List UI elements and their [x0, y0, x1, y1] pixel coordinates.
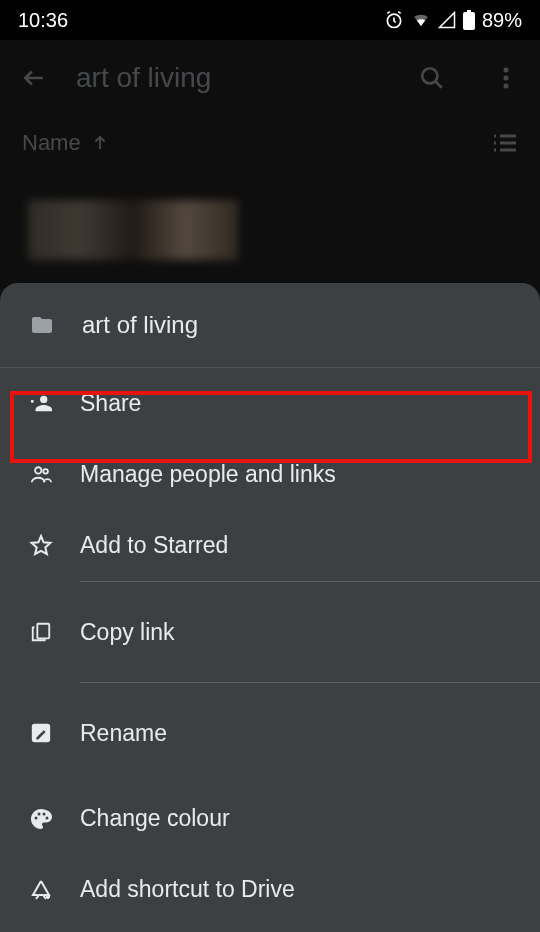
arrow-up-icon — [91, 134, 109, 152]
svg-rect-1 — [463, 12, 475, 30]
menu-label: Share — [80, 390, 141, 417]
more-icon[interactable] — [492, 64, 520, 92]
alarm-icon — [384, 10, 404, 30]
svg-point-4 — [504, 67, 509, 72]
menu-label: Rename — [80, 720, 167, 747]
status-time: 10:36 — [18, 9, 68, 32]
svg-rect-2 — [467, 10, 471, 13]
app-bar: art of living — [0, 40, 540, 115]
copy-icon — [28, 619, 54, 645]
file-thumbnail[interactable] — [28, 200, 238, 260]
svg-point-12 — [35, 816, 38, 819]
svg-point-7 — [40, 395, 47, 402]
menu-manage-people[interactable]: Manage people and links — [0, 439, 540, 510]
menu-add-starred[interactable]: Add to Starred — [0, 510, 540, 581]
svg-point-3 — [422, 68, 437, 83]
menu-rename[interactable]: Rename — [0, 683, 540, 783]
svg-point-13 — [38, 812, 41, 815]
person-add-icon — [28, 393, 54, 415]
battery-percent: 89% — [482, 9, 522, 32]
drive-shortcut-icon — [28, 878, 54, 902]
rename-icon — [28, 722, 54, 744]
bottom-sheet: art of living Share Manage people and li… — [0, 283, 540, 932]
battery-icon — [462, 10, 476, 30]
back-icon[interactable] — [20, 64, 48, 92]
sort-label: Name — [22, 130, 81, 156]
sheet-folder-name: art of living — [82, 311, 198, 339]
menu-change-colour[interactable]: Change colour — [0, 783, 540, 854]
svg-rect-10 — [37, 624, 49, 639]
menu-label: Add shortcut to Drive — [80, 876, 295, 903]
sort-row: Name — [0, 115, 540, 170]
people-icon — [28, 464, 54, 486]
svg-point-6 — [504, 83, 509, 88]
status-bar: 10:36 89% — [0, 0, 540, 40]
svg-point-5 — [504, 75, 509, 80]
menu-label: Manage people and links — [80, 461, 336, 488]
folder-icon — [28, 313, 56, 337]
menu-label: Change colour — [80, 805, 230, 832]
menu-share[interactable]: Share — [0, 368, 540, 439]
palette-icon — [28, 807, 54, 831]
folder-title: art of living — [76, 62, 390, 94]
wifi-icon — [410, 11, 432, 29]
svg-point-14 — [43, 812, 46, 815]
star-icon — [28, 534, 54, 558]
menu-copy-link[interactable]: Copy link — [0, 582, 540, 682]
menu-label: Copy link — [80, 619, 175, 646]
view-list-icon[interactable] — [492, 133, 518, 153]
status-icons: 89% — [384, 9, 522, 32]
svg-point-9 — [43, 469, 48, 474]
menu-add-shortcut[interactable]: Add shortcut to Drive — [0, 854, 540, 925]
signal-icon — [438, 11, 456, 29]
svg-point-8 — [35, 467, 41, 473]
sort-button[interactable]: Name — [22, 130, 109, 156]
menu-label: Add to Starred — [80, 532, 228, 559]
sheet-header: art of living — [0, 283, 540, 368]
svg-point-15 — [46, 816, 49, 819]
search-icon[interactable] — [418, 64, 446, 92]
